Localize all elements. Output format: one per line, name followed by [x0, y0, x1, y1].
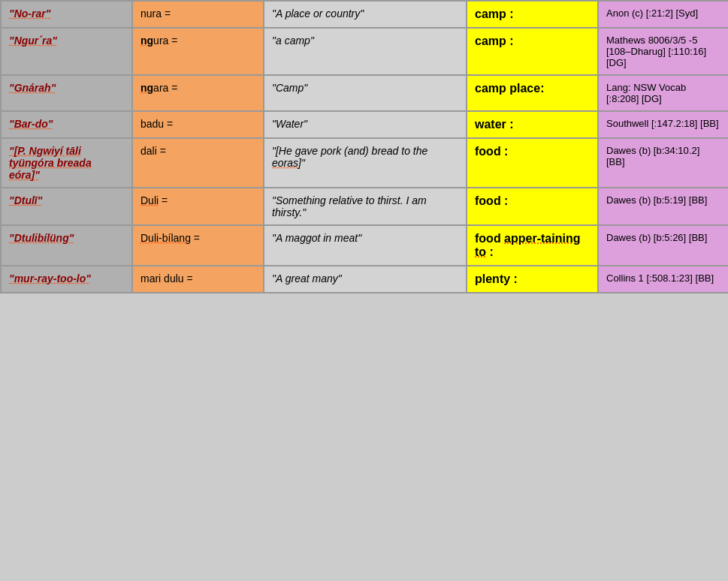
table-row: "Dtulī" Duli = "Something relative to th… [1, 188, 728, 225]
table-row: "mur-ray-too-lo" mari dulu = "A great ma… [1, 266, 728, 293]
transcription: ngura = [140, 35, 177, 47]
col1-cell: "Bar-do" [1, 111, 132, 138]
transcription: Duli = [140, 194, 168, 206]
translation: "[He gave pork (and) bread to the eoras]… [272, 145, 427, 169]
transcription: ngara = [140, 82, 177, 94]
col5-cell: Dawes (b) [b:34:10.2] [BB] [598, 138, 728, 188]
col2-cell: ngura = [132, 28, 264, 75]
reference: Collins 1 [:508.1:23] [BB] [606, 272, 714, 284]
word-entry: "Dtulibílüng" [9, 232, 74, 244]
category: camp : [475, 8, 514, 20]
translation: "a camp" [272, 35, 314, 47]
col1-cell: "[P. Ngwiyí tāli tyüngóra breada eóra]" [1, 138, 132, 188]
col5-cell: Dawes (b) [b:5:19] [BB] [598, 188, 728, 225]
reference: Dawes (b) [b:34:10.2] [BB] [606, 145, 699, 167]
col5-cell: Southwell [:147.2:18] [BB] [598, 111, 728, 138]
apper-underline: apper-taining to [475, 232, 580, 258]
category: water : [475, 118, 514, 131]
col2-cell: badu = [132, 111, 264, 138]
translation: "Something relative to thirst. I am thir… [272, 194, 427, 218]
word-entry: "Gnárah" [9, 82, 56, 94]
col4-cell: water : [467, 111, 598, 138]
col5-cell: Collins 1 [:508.1:23] [BB] [598, 266, 728, 293]
word-entry: "Dtulī" [9, 194, 42, 206]
col1-cell: "Gnárah" [1, 75, 132, 111]
table-row: "Ngur´ra" ngura = "a camp" camp : Mathew… [1, 28, 728, 75]
table-row: "Bar-do" badu = "Water" water : Southwel… [1, 111, 728, 138]
reference: Dawes (b) [b:5:19] [BB] [606, 194, 707, 206]
category: food apper-taining to : [475, 232, 580, 258]
transcription: badu = [140, 118, 173, 130]
reference: Mathews 8006/3/5 -5 [108–Dharug] [:110:1… [606, 35, 706, 68]
col2-cell: ngara = [132, 75, 264, 111]
transcription: Duli-bílang = [140, 232, 200, 244]
col2-cell: dali = [132, 138, 264, 188]
table-row: "[P. Ngwiyí tāli tyüngóra breada eóra]" … [1, 138, 728, 188]
transcription: dali = [140, 145, 166, 157]
transcription: mari dulu = [140, 272, 193, 284]
bold-letters: ng [140, 35, 153, 47]
underline-span: ng [140, 82, 153, 94]
category: camp : [475, 35, 514, 47]
category: plenty : [475, 272, 518, 285]
col4-cell: food : [467, 138, 598, 188]
reference: Dawes (b) [b:5:26] [BB] [606, 232, 707, 243]
col5-cell: Lang: NSW Vocab [:8:208] [DG] [598, 75, 728, 111]
table-row: "Dtulibílüng" Duli-bílang = "A maggot in… [1, 225, 728, 266]
col3-cell: "A maggot in meat" [264, 225, 467, 266]
col1-cell: "Ngur´ra" [1, 28, 132, 75]
col5-cell: Mathews 8006/3/5 -5 [108–Dharug] [:110:1… [598, 28, 728, 75]
word-entry: "[P. Ngwiyí tāli tyüngóra breada eóra]" [9, 145, 92, 181]
word-entry: "Ngur´ra" [9, 35, 57, 47]
col1-cell: "No-rar" [1, 1, 132, 28]
col3-cell: "a camp" [264, 28, 467, 75]
category: camp place: [475, 82, 544, 95]
underline-span: Duli [140, 194, 159, 206]
table-row: "No-rar" nura = "A place or country" cam… [1, 1, 728, 28]
col2-cell: Duli = [132, 188, 264, 225]
col3-cell: "Something relative to thirst. I am thir… [264, 188, 467, 225]
transcription: nura = [140, 8, 171, 20]
translation: "A maggot in meat" [272, 232, 361, 244]
col4-cell: camp : [467, 1, 598, 28]
translation: "Water" [272, 118, 307, 130]
underline-span: ng [140, 35, 153, 47]
eoras-underline: eoras [272, 157, 298, 169]
col3-cell: "A great many" [264, 266, 467, 293]
bold-letters: ng [140, 82, 153, 94]
col4-cell: camp : [467, 28, 598, 75]
col4-cell: plenty : [467, 266, 598, 293]
underline-span: Duli-bílang [140, 232, 191, 244]
col5-cell: Dawes (b) [b:5:26] [BB] [598, 225, 728, 266]
reference: Lang: NSW Vocab [:8:208] [DG] [606, 82, 686, 104]
col2-cell: Duli-bílang = [132, 225, 264, 266]
col3-cell: "A place or country" [264, 1, 467, 28]
col1-cell: "Dtulī" [1, 188, 132, 225]
translation: "A great many" [272, 272, 342, 284]
category: food : [475, 194, 508, 207]
category: food : [475, 145, 508, 158]
col2-cell: nura = [132, 1, 264, 28]
col4-cell: food apper-taining to : [467, 225, 598, 266]
reference: Anon (c) [:21:2] [Syd] [606, 8, 698, 19]
translation: "A place or country" [272, 8, 364, 20]
table-row: "Gnárah" ngara = "Camp" camp place: Lang… [1, 75, 728, 111]
col2-cell: mari dulu = [132, 266, 264, 293]
col3-cell: "Water" [264, 111, 467, 138]
col1-cell: "Dtulibílüng" [1, 225, 132, 266]
col3-cell: "Camp" [264, 75, 467, 111]
col3-cell: "[He gave pork (and) bread to the eoras]… [264, 138, 467, 188]
main-table: "No-rar" nura = "A place or country" cam… [0, 0, 728, 294]
col4-cell: camp place: [467, 75, 598, 111]
translation: "Camp" [272, 82, 307, 94]
word-entry: "No-rar" [9, 8, 50, 20]
col5-cell: Anon (c) [:21:2] [Syd] [598, 1, 728, 28]
col4-cell: food : [467, 188, 598, 225]
col1-cell: "mur-ray-too-lo" [1, 266, 132, 293]
word-entry: "mur-ray-too-lo" [9, 272, 91, 284]
reference: Southwell [:147.2:18] [BB] [606, 118, 719, 129]
word-entry: "Bar-do" [9, 118, 53, 130]
